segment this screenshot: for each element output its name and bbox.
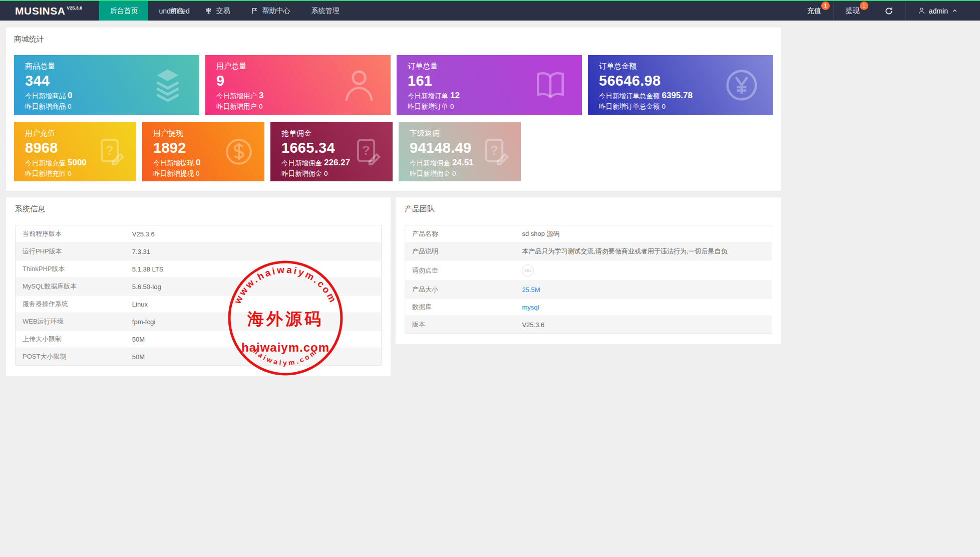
system-info-row-0: 当前程序版本V25.3.6 [16, 225, 382, 243]
stat-yesterday-value: 0 [324, 170, 328, 177]
stat-yesterday-label: 昨日新增佣金 [410, 170, 450, 177]
nav-item-3[interactable]: 帮助中心 [240, 1, 300, 21]
product-team-value-link[interactable]: mysql [522, 304, 539, 311]
stat-card-user-recharge: 用户充值8968今日新增充值5000昨日新增充值0? [14, 122, 136, 181]
stat-yesterday-label: 昨日新增商品 [25, 103, 66, 110]
system-info-row-4: 服务器操作系统Linux [16, 296, 382, 313]
stat-today-value: 5000 [68, 158, 87, 167]
dollar-icon [223, 136, 254, 167]
system-info-title: 系统信息 [15, 204, 382, 214]
brand-name: MUSINSA [15, 5, 65, 17]
shop-stats-panel: 商城统计 商品总量344今日新增商品0昨日新增商品0用户总量9今日新增用户3昨日… [6, 28, 781, 191]
stat-yesterday-label: 昨日新增佣金 [281, 170, 322, 177]
brand-logo[interactable]: MUSINSA V25.3.6 [0, 1, 99, 21]
product-team-row-3: 产品大小25.5M [405, 281, 772, 299]
badge-404[interactable]: 404 [522, 264, 534, 276]
stat-yesterday-line: 昨日新增佣金0 [410, 169, 521, 178]
stat-today-label: 今日新增佣金 [281, 159, 322, 167]
notification-badge: 1 [821, 2, 830, 10]
stat-today-value: 0 [68, 91, 72, 100]
product-team-label: 请勿点击 [405, 260, 515, 281]
svg-text:?: ? [106, 143, 114, 157]
book-icon [532, 67, 569, 104]
product-team-row-0: 产品名称sd shop 源码 [405, 225, 772, 243]
nav-item-2[interactable]: 交易 [194, 1, 240, 21]
system-info-label: 运行PHP版本 [16, 243, 125, 260]
stats-cards-row-2: 用户充值8968今日新增充值5000昨日新增充值0?用户提现1892今日新增提现… [14, 122, 773, 181]
stat-yesterday-value: 0 [259, 103, 263, 110]
system-info-value: Linux [125, 296, 382, 313]
svg-text:?: ? [490, 143, 498, 157]
product-team-table: 产品名称sd shop 源码产品说明本产品只为学习测试交流,请勿要做商业或者用于… [405, 225, 772, 334]
product-team-value-link[interactable]: 25.5M [522, 286, 540, 294]
nav-item-label: 角色 [170, 7, 184, 16]
person-icon [341, 67, 378, 104]
system-info-label: MySQL数据库版本 [16, 278, 125, 296]
nav-action-1[interactable]: 提现1 [833, 1, 872, 21]
nav-item-label: 帮助中心 [262, 7, 290, 16]
refresh-button[interactable] [872, 1, 905, 21]
product-team-label: 产品说明 [405, 243, 515, 260]
flag-icon [251, 7, 258, 15]
system-info-label: 服务器操作系统 [16, 296, 125, 313]
bottom-row: 系统信息 当前程序版本V25.3.6运行PHP版本7.3.31ThinkPHP版… [6, 197, 781, 376]
stat-card-user-withdraw: 用户提现1892今日新增提现0昨日新增提现0 [142, 122, 264, 181]
system-info-row-7: POST大小限制50M [16, 348, 382, 366]
nav-item-4[interactable]: 系统管理 [300, 1, 350, 21]
stat-card-goods-total: 商品总量344今日新增商品0昨日新增商品0 [14, 55, 199, 115]
stat-yesterday-value: 0 [662, 103, 666, 110]
user-icon: undefined [159, 7, 166, 15]
stats-panel-title: 商城统计 [14, 35, 773, 44]
product-team-label: 产品大小 [405, 281, 515, 299]
stat-today-value: 12 [450, 91, 460, 100]
system-info-label: 当前程序版本 [16, 225, 125, 243]
contract-icon: ? [95, 136, 126, 167]
system-info-value: fpm-fcgi [125, 313, 382, 331]
stat-yesterday-label: 昨日新增订单总金额 [599, 103, 660, 110]
product-team-label: 产品名称 [405, 225, 515, 243]
stat-yesterday-label: 昨日新增订单 [408, 103, 448, 110]
nav-menu: 后台首页undefined角色交易帮助中心系统管理 [99, 1, 350, 21]
nav-action-label: 充值 [807, 7, 821, 16]
nav-item-1[interactable]: undefined角色 [148, 1, 194, 21]
nav-right: 充值1提现1 admin [795, 1, 980, 21]
nav-item-0[interactable]: 后台首页 [99, 1, 148, 21]
system-info-value: 50M [125, 331, 382, 348]
user-menu[interactable]: admin [905, 1, 970, 21]
stat-today-label: 今日新增用户 [216, 92, 257, 100]
svg-text:?: ? [362, 143, 370, 157]
product-team-row-2: 请勿点击404 [405, 260, 772, 281]
stat-today-value: 24.51 [452, 158, 474, 167]
product-team-title: 产品团队 [405, 204, 772, 214]
stat-yesterday-value: 0 [68, 170, 72, 177]
notification-badge: 1 [860, 2, 868, 10]
stat-today-value: 6395.78 [662, 91, 693, 100]
chevron-up-icon [951, 8, 958, 14]
contract-icon: ? [480, 136, 511, 167]
user-icon [918, 7, 925, 15]
stat-card-sub-rebate: 下级返佣94148.49今日新增佣金24.51昨日新增佣金0? [399, 122, 521, 181]
stat-yesterday-label: 昨日新增提现 [153, 170, 194, 177]
system-info-label: 上传大小限制 [16, 331, 125, 348]
system-info-label: WEB运行环境 [16, 313, 125, 331]
stat-yesterday-value: 0 [450, 103, 454, 110]
product-team-label: 数据库 [405, 299, 515, 316]
stat-today-label: 今日新增充值 [25, 159, 66, 167]
stat-today-label: 今日新增订单 [408, 92, 448, 100]
system-info-label: POST大小限制 [16, 348, 125, 366]
nav-item-label: 交易 [216, 7, 230, 16]
product-team-row-4: 数据库mysql [405, 299, 772, 316]
stats-cards-row-1: 商品总量344今日新增商品0昨日新增商品0用户总量9今日新增用户3昨日新增用户0… [14, 55, 773, 115]
system-info-panel: 系统信息 当前程序版本V25.3.6运行PHP版本7.3.31ThinkPHP版… [6, 197, 391, 376]
nav-item-label: 后台首页 [110, 7, 138, 16]
stat-today-value: 3 [259, 91, 263, 100]
stat-yesterday-label: 昨日新增充值 [25, 170, 66, 177]
system-info-value: 5.6.50-log [125, 278, 382, 296]
stat-card-order-amount: 订单总金额56646.98今日新增订单总金额6395.78昨日新增订单总金额0 [588, 55, 773, 115]
product-team-label: 版本 [405, 316, 515, 334]
system-info-value: 7.3.31 [125, 243, 382, 260]
stat-today-label: 今日新增订单总金额 [599, 92, 660, 100]
nav-action-0[interactable]: 充值1 [795, 1, 833, 21]
brand-version: V25.3.6 [67, 6, 82, 11]
product-team-row-5: 版本V25.3.6 [405, 316, 772, 334]
